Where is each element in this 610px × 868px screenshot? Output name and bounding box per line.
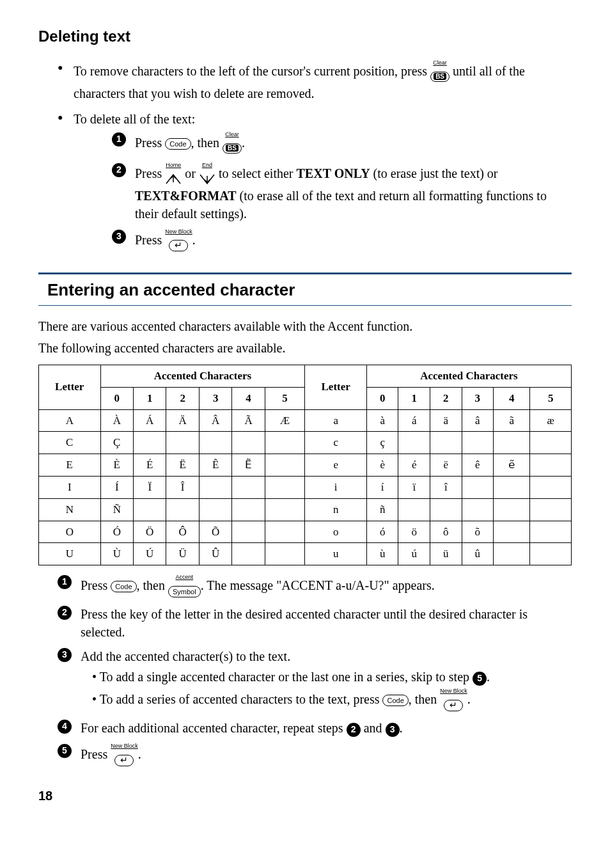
accented-heading: Entering an accented character — [38, 272, 572, 306]
deleting-text-heading: Deleting text — [38, 26, 572, 47]
enter-key-newblock: New Block ↵ — [165, 229, 192, 253]
down-arrow-icon — [199, 173, 215, 185]
text: (to erase just the text) or — [373, 166, 498, 180]
step-2: 2 Press the key of the letter in the des… — [58, 605, 572, 641]
step-number-4: 4 — [58, 720, 72, 734]
text: , then — [191, 135, 223, 149]
table-row: CÇcç — [39, 432, 572, 454]
text: Press — [135, 166, 165, 180]
bs-key: BS — [223, 143, 242, 154]
table-row: EÈÉËÊẼeèéëêẽ — [39, 454, 572, 477]
step-5: 5 Press New Block ↵ . — [58, 743, 572, 768]
th-letter-left: Letter — [39, 365, 101, 409]
bs-key-with-clear: Clear BS — [430, 60, 450, 84]
step-number-5: 5 — [58, 744, 72, 758]
accented-intro-2: The following accented characters are av… — [38, 339, 572, 357]
step-3-subitems: To add a single accented character or th… — [81, 668, 572, 713]
clear-label: Clear — [430, 60, 450, 66]
step-number-3: 3 — [112, 230, 126, 244]
text: To remove characters to the left of the … — [74, 63, 430, 77]
accented-characters-table: Letter Accented Characters Letter Accent… — [38, 365, 572, 565]
up-arrow-key-home: Home — [165, 162, 182, 187]
clear-label: Clear — [223, 132, 242, 138]
step-number-1: 1 — [58, 575, 72, 589]
text: Press — [135, 232, 165, 246]
text: To add a series of accented characters t… — [100, 692, 383, 706]
ref-step-5: 5 — [473, 672, 487, 686]
text: , then — [409, 692, 440, 706]
newblock-label: New Block — [440, 688, 467, 694]
sub-2: To add a series of accented characters t… — [92, 688, 572, 713]
bs-key: BS — [430, 72, 450, 82]
text: . — [138, 747, 141, 761]
up-arrow-icon — [165, 173, 182, 185]
accent-label: Accent — [168, 574, 201, 580]
text: . The message "ACCENT a-u/A-U?" appears. — [201, 578, 435, 592]
table-row: NÑnñ — [39, 498, 572, 521]
table-row: UÙÚÜÛuùúüû — [39, 543, 572, 565]
home-label: Home — [165, 162, 182, 168]
delete-all-steps: 1 Press Code, then Clear BS . 2 Press Ho… — [74, 132, 572, 253]
step-number-2: 2 — [58, 606, 72, 620]
code-key: Code — [382, 695, 408, 706]
text: To delete all of the text: — [74, 112, 195, 126]
table-row: OÓÖÔÕoóöôõ — [39, 521, 572, 543]
text: Press — [81, 747, 111, 761]
enter-key-icon: ↵ — [169, 240, 188, 251]
step-3: 3 Press New Block ↵ . — [112, 229, 572, 253]
ref-step-2: 2 — [347, 723, 361, 737]
page-number: 18 — [38, 787, 572, 805]
text: to select either — [219, 166, 297, 180]
step-1: 1 Press Code, then Clear BS . — [112, 132, 572, 156]
text: Press — [81, 578, 111, 592]
text: To add a single accented character or th… — [100, 670, 473, 684]
text: . — [242, 135, 245, 149]
step-number-1: 1 — [112, 132, 126, 146]
sub-1: To add a single accented character or th… — [92, 668, 572, 686]
table-row: AÀÁÄÂÃÆaàáäâãæ — [39, 409, 572, 432]
delete-all-item: To delete all of the text: 1 Press Code,… — [58, 110, 572, 253]
enter-key-icon: ↵ — [444, 700, 463, 711]
code-key: Code — [165, 138, 191, 150]
end-label: End — [199, 162, 215, 168]
step-3: 3 Add the accented character(s) to the t… — [58, 647, 572, 713]
th-accented-right: Accented Characters — [366, 365, 571, 387]
newblock-label: New Block — [111, 743, 138, 749]
deleting-bullet-list: To remove characters to the left of the … — [38, 60, 572, 253]
symbol-key-accent: Accent Symbol — [168, 574, 201, 599]
text: Add the accented character(s) to the tex… — [81, 649, 290, 663]
text: . — [192, 232, 196, 246]
enter-key-newblock: New Block ↵ — [440, 688, 467, 713]
th-accented-left: Accented Characters — [100, 365, 305, 387]
ref-step-3: 3 — [386, 723, 400, 737]
newblock-label: New Block — [165, 229, 192, 235]
code-key: Code — [111, 581, 136, 592]
text: , then — [137, 578, 168, 592]
table-row: IÍÏÎiíïî — [39, 476, 572, 498]
enter-key-icon: ↵ — [114, 755, 134, 766]
text-only-label: TEXT ONLY — [297, 166, 370, 180]
text: Press — [135, 135, 165, 149]
enter-key-newblock: New Block ↵ — [111, 743, 138, 768]
th-letter-right: Letter — [305, 365, 367, 409]
text: . — [487, 670, 490, 684]
text: and — [364, 721, 386, 735]
text-format-label: TEXT&FORMAT — [135, 189, 237, 203]
step-1: 1 Press Code, then Accent Symbol . The m… — [58, 574, 572, 599]
text: or — [185, 166, 199, 180]
accented-intro-1: There are various accented characters av… — [38, 317, 572, 335]
step-2: 2 Press Home or End to select either — [112, 162, 572, 223]
text: . — [400, 721, 403, 735]
remove-chars-item: To remove characters to the left of the … — [58, 60, 572, 102]
step-number-3: 3 — [58, 648, 72, 662]
symbol-key: Symbol — [168, 586, 201, 597]
text: For each additional accented character, … — [81, 721, 347, 735]
step-number-2: 2 — [112, 163, 126, 177]
text: Press the key of the letter in the desir… — [81, 607, 528, 639]
text: . — [467, 692, 471, 706]
accented-steps: 1 Press Code, then Accent Symbol . The m… — [38, 574, 572, 768]
bs-key-with-clear: Clear BS — [223, 132, 242, 156]
down-arrow-key-end: End — [199, 162, 215, 187]
step-4: 4 For each additional accented character… — [58, 719, 572, 737]
